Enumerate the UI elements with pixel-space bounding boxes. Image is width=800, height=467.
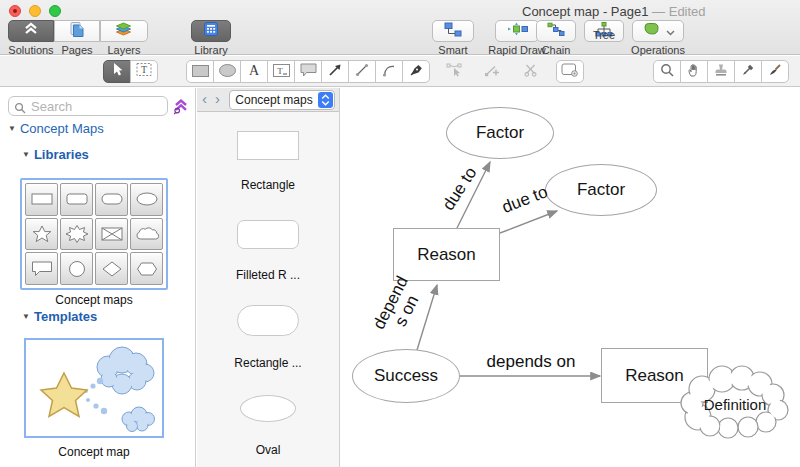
- search-icon: [14, 100, 26, 118]
- shapes-panel-header: ‹ › Concept maps: [197, 88, 339, 112]
- rectangle-tool[interactable]: [186, 60, 214, 83]
- stencil-filleted-rectangle[interactable]: [237, 220, 299, 249]
- add-anchor-tool[interactable]: [478, 60, 506, 83]
- text-select-tool[interactable]: T: [130, 60, 158, 83]
- tree-button[interactable]: Tree: [582, 20, 626, 41]
- template-thumbnail-concept-map[interactable]: [24, 338, 164, 438]
- palette-shape-stadium: [95, 183, 128, 216]
- template-preview-image: [26, 340, 162, 436]
- format-brush-tool[interactable]: [761, 60, 789, 83]
- ellipse-tool[interactable]: [213, 60, 241, 83]
- node-reason-1[interactable]: Reason: [393, 228, 500, 281]
- disclosure-triangle-icon: ▼: [22, 312, 30, 321]
- library-icon: [203, 21, 219, 41]
- palette-shape-crossed-rectangle: [95, 218, 128, 251]
- palette-shape-speech-bubble: [25, 252, 58, 285]
- solutions-store-icon[interactable]: [171, 97, 191, 115]
- text-block-tool[interactable]: T: [267, 60, 295, 83]
- diagram-canvas[interactable]: Factor Factor Reason Success Reason: [341, 88, 800, 467]
- node-success[interactable]: Success: [352, 349, 460, 403]
- close-button[interactable]: [9, 5, 21, 17]
- stencil-filleted-rectangle-label: Filleted R ...: [197, 268, 339, 282]
- edited-badge: — Edited: [652, 4, 705, 19]
- curve-icon: [382, 63, 396, 81]
- stencil-rectangle-label: Rectangle: [197, 178, 339, 192]
- line-tool[interactable]: [348, 60, 376, 83]
- line-icon: [355, 63, 369, 81]
- node-definition[interactable]: Definition: [678, 365, 792, 441]
- sidebar-item-concept-maps[interactable]: ▼ Concept Maps: [8, 121, 104, 136]
- pan-tool[interactable]: [680, 60, 708, 83]
- operations-icon: [641, 21, 663, 41]
- layers-button[interactable]: Layers: [100, 20, 148, 56]
- palette-shape-star: [25, 218, 58, 251]
- window-title: Concept map - Page1 — Edited: [522, 4, 706, 19]
- chain-button[interactable]: Chain: [534, 20, 578, 56]
- library-button[interactable]: Library: [188, 20, 234, 56]
- titlebar-toolbar: Concept map - Page1 — Edited Solutions P…: [0, 0, 800, 55]
- document-title: Concept map - Page1: [522, 4, 648, 19]
- minimize-button[interactable]: [29, 5, 41, 17]
- ellipse-icon: [219, 63, 236, 81]
- palette-shape-circle: [60, 252, 93, 285]
- magnifier-icon: [660, 63, 674, 81]
- rectangle-icon: [192, 63, 209, 81]
- callout-icon: [300, 63, 317, 81]
- text-icon: A: [247, 62, 261, 81]
- zoom-tool[interactable]: [653, 60, 681, 83]
- pointer-tool[interactable]: [103, 60, 131, 83]
- operations-button[interactable]: Operations: [630, 20, 686, 56]
- stencil-stadium-rectangle-label: Rectangle ...: [197, 356, 339, 370]
- arrow-icon: [328, 63, 342, 81]
- palette-shape-oval: [130, 183, 163, 216]
- palette-shape-rounded-rectangle: [60, 183, 93, 216]
- sidebar-item-libraries[interactable]: ▼ Libraries: [22, 147, 89, 162]
- stamp-icon: [714, 63, 728, 81]
- smart-connector-icon: [444, 22, 462, 41]
- chevron-down-icon: [666, 22, 675, 40]
- pages-button[interactable]: Pages: [54, 20, 100, 56]
- palette-shape-burst: [60, 218, 93, 251]
- stencil-rectangle[interactable]: [237, 131, 299, 160]
- forward-arrow-icon[interactable]: ›: [215, 90, 220, 108]
- sidebar-item-templates[interactable]: ▼ Templates: [22, 309, 97, 324]
- stencil-oval[interactable]: [240, 395, 296, 422]
- callout-tool[interactable]: [294, 60, 322, 83]
- svg-text:A: A: [249, 63, 260, 78]
- node-edit-tool[interactable]: [440, 60, 468, 83]
- solutions-icon: [23, 22, 39, 40]
- node-factor-1[interactable]: Factor: [446, 107, 554, 159]
- pen-tool[interactable]: [402, 60, 430, 83]
- node-definition-label: Definition: [678, 396, 792, 413]
- library-thumbnail-concept-maps[interactable]: [20, 178, 168, 290]
- curve-tool[interactable]: [375, 60, 403, 83]
- text-tool[interactable]: A: [240, 60, 268, 83]
- solutions-button[interactable]: Solutions: [8, 20, 54, 56]
- shape-settings-tool[interactable]: [556, 60, 584, 83]
- hand-icon: [687, 63, 701, 81]
- smart-button[interactable]: Smart: [431, 20, 475, 56]
- fullscreen-button[interactable]: [49, 5, 61, 17]
- back-arrow-icon[interactable]: ‹: [202, 90, 207, 108]
- edge-label-depends-on-2[interactable]: depends on: [487, 352, 576, 372]
- disclosure-triangle-icon: ▼: [22, 150, 30, 159]
- template-thumbnail-label: Concept map: [24, 445, 164, 459]
- search-input[interactable]: [8, 96, 168, 116]
- arrow-tool[interactable]: [321, 60, 349, 83]
- pointer-icon: [111, 62, 123, 81]
- rapid-draw-icon: [507, 22, 528, 40]
- stencil-oval-label: Oval: [197, 443, 339, 457]
- node-factor-2[interactable]: Factor: [545, 164, 657, 216]
- scissors-icon: [523, 63, 538, 81]
- library-selector-dropdown[interactable]: Concept maps: [229, 90, 335, 110]
- palette-shape-hexagon: [130, 252, 163, 285]
- stencil-stadium-rectangle[interactable]: [237, 305, 299, 336]
- palette-shape-cloud: [130, 218, 163, 251]
- library-thumbnail-label: Concept maps: [20, 293, 168, 307]
- pen-icon: [409, 63, 424, 81]
- cut-tool[interactable]: [516, 60, 544, 83]
- solutions-sidebar: ▼ Concept Maps ▼ Libraries Concept maps …: [0, 88, 196, 467]
- eyedropper-tool[interactable]: [734, 60, 762, 83]
- stamp-tool[interactable]: [707, 60, 735, 83]
- shape-settings-icon: [561, 63, 579, 81]
